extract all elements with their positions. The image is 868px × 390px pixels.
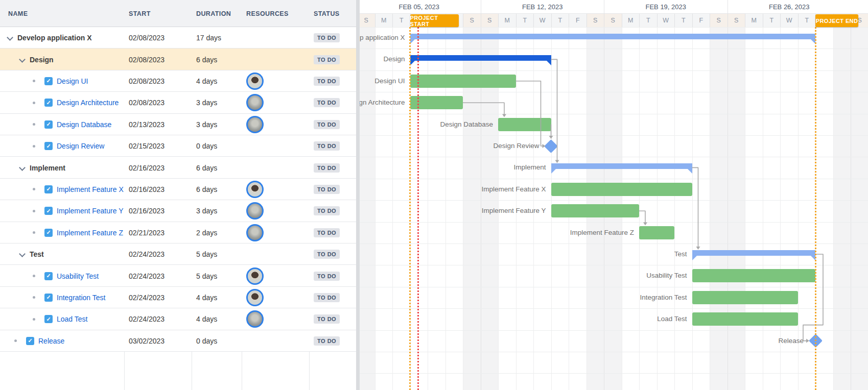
name-cell: ✓Implement Feature X (0, 179, 124, 200)
timeline-day-cell[interactable]: S (360, 14, 375, 27)
project-start-badge[interactable]: PROJECT START (410, 14, 459, 27)
column-header-status[interactable]: STATUS (314, 0, 340, 27)
column-header-resources[interactable]: RESOURCES (246, 0, 289, 27)
column-header-name[interactable]: NAME (8, 0, 28, 27)
task-checkbox[interactable]: ✓ (44, 207, 53, 215)
timeline-day-cell[interactable]: S (587, 14, 604, 27)
task-checkbox[interactable]: ✓ (44, 272, 53, 280)
timeline-day-cell[interactable]: T (639, 14, 657, 27)
status-badge[interactable]: TO DO (314, 293, 340, 302)
timeline-day-cell[interactable]: T (798, 14, 816, 27)
timeline-day-cell[interactable]: T (674, 14, 692, 27)
project-end-line (815, 27, 816, 390)
status-badge[interactable]: TO DO (314, 98, 340, 107)
table-row[interactable]: Test02/24/20235 daysTO DO (0, 243, 356, 265)
table-row[interactable]: ✓Design Review02/15/20230 daysTO DO (0, 135, 356, 157)
task-checkbox[interactable]: ✓ (44, 315, 53, 323)
task-link[interactable]: Integration Test (57, 294, 105, 302)
timeline-day-cell[interactable]: F (569, 14, 587, 27)
avatar[interactable] (246, 72, 264, 90)
timeline-day-cell[interactable]: W (533, 14, 551, 27)
task-checkbox[interactable]: ✓ (44, 99, 53, 107)
status-badge[interactable]: TO DO (314, 206, 340, 215)
task-checkbox[interactable]: ✓ (26, 337, 34, 345)
avatar[interactable] (246, 202, 264, 220)
chevron-down-icon[interactable] (7, 35, 12, 40)
table-row[interactable]: ✓Design UI02/08/20234 daysTO DO (0, 70, 356, 92)
timeline-day-cell[interactable]: W (657, 14, 675, 27)
task-checkbox[interactable]: ✓ (44, 120, 53, 129)
timeline-day-cell[interactable]: M (375, 14, 393, 27)
status-badge[interactable]: TO DO (314, 141, 340, 151)
avatar[interactable] (246, 289, 264, 306)
table-row[interactable]: ✓Implement Feature Z02/21/20232 daysTO D… (0, 222, 356, 243)
status-badge[interactable]: TO DO (314, 163, 340, 173)
task-link[interactable]: Load Test (57, 315, 87, 323)
status-badge[interactable]: TO DO (314, 77, 340, 86)
table-row[interactable]: ✓Implement Feature X02/16/20236 daysTO D… (0, 179, 356, 200)
table-row[interactable]: ✓Design Architecture02/08/20233 daysTO D… (0, 92, 356, 113)
timeline-day-cell[interactable]: W (780, 14, 798, 27)
task-checkbox[interactable]: ✓ (44, 294, 53, 302)
table-row[interactable]: ✓Usability Test02/24/20235 daysTO DO (0, 265, 356, 286)
status-badge[interactable]: TO DO (314, 314, 340, 324)
task-checkbox[interactable]: ✓ (44, 77, 53, 85)
timeline-day-cell[interactable]: F (692, 14, 710, 27)
status-badge[interactable]: TO DO (314, 55, 340, 64)
timeline-day-cell[interactable]: S (481, 14, 499, 27)
chevron-down-icon[interactable] (19, 252, 25, 257)
timeline-day-cell[interactable]: S (710, 14, 728, 27)
chevron-down-icon[interactable] (19, 165, 25, 170)
avatar[interactable] (246, 224, 264, 241)
table-row[interactable]: ✓Implement Feature Y02/16/20233 daysTO D… (0, 200, 356, 222)
task-link[interactable]: Implement Feature Z (57, 229, 123, 237)
column-header-duration[interactable]: DURATION (196, 0, 231, 27)
timeline-day-cell[interactable]: M (622, 14, 640, 27)
status-badge[interactable]: TO DO (314, 272, 340, 281)
table-row[interactable]: Design02/08/20236 daysTO DO (0, 48, 356, 70)
timeline-day-cell[interactable]: T (516, 14, 534, 27)
status-badge[interactable]: TO DO (314, 250, 340, 259)
status-badge[interactable]: TO DO (314, 185, 340, 194)
table-row[interactable]: ✓Release03/02/20230 daysTO DO (0, 330, 356, 352)
panel-splitter[interactable] (356, 0, 360, 390)
task-link[interactable]: Design Database (57, 120, 111, 129)
task-link[interactable]: Implement Feature Y (57, 207, 123, 215)
project-end-badge[interactable]: PROJECT END (815, 14, 858, 27)
table-row[interactable]: ✓Integration Test02/24/20234 daysTO DO (0, 287, 356, 308)
avatar[interactable] (246, 116, 264, 133)
task-checkbox[interactable]: ✓ (44, 185, 53, 193)
task-link[interactable]: Implement Feature X (57, 185, 124, 193)
table-row[interactable]: ✓Load Test02/24/20234 daysTO DO (0, 308, 356, 330)
status-badge[interactable]: TO DO (314, 33, 340, 42)
status-cell: TO DO (314, 287, 355, 308)
task-link[interactable]: Design Architecture (57, 99, 119, 107)
timeline-day-cell[interactable]: S (463, 14, 481, 27)
timeline-day-cell[interactable]: T (551, 14, 569, 27)
task-link[interactable]: Design UI (57, 77, 88, 85)
column-header-start[interactable]: START (129, 0, 151, 27)
task-checkbox[interactable]: ✓ (44, 142, 53, 150)
avatar[interactable] (246, 310, 264, 328)
chevron-down-icon[interactable] (19, 57, 25, 62)
status-badge[interactable]: TO DO (314, 228, 340, 237)
timeline-day-cell[interactable]: S (728, 14, 745, 27)
task-link[interactable]: Design Review (57, 142, 104, 150)
table-row[interactable]: Implement02/16/20236 daysTO DO (0, 157, 356, 178)
table-row[interactable]: ✓Design Database02/13/20233 daysTO DO (0, 114, 356, 135)
avatar[interactable] (246, 181, 264, 198)
status-badge[interactable]: TO DO (314, 336, 340, 346)
avatar[interactable] (246, 267, 264, 285)
timeline-day-cell[interactable]: T (763, 14, 781, 27)
timeline-day-cell[interactable]: M (498, 14, 516, 27)
timeline-day-cell[interactable]: M (745, 14, 763, 27)
avatar[interactable] (246, 94, 264, 111)
table-row[interactable]: Develop application X02/08/202317 daysTO… (0, 27, 356, 48)
bullet-icon (33, 102, 35, 104)
task-checkbox[interactable]: ✓ (44, 229, 53, 237)
timeline-day-cell[interactable]: S (604, 14, 622, 27)
status-badge[interactable]: TO DO (314, 120, 340, 129)
task-link[interactable]: Usability Test (57, 272, 99, 280)
timeline-day-cell[interactable]: T (392, 14, 410, 27)
task-link[interactable]: Release (38, 337, 64, 345)
